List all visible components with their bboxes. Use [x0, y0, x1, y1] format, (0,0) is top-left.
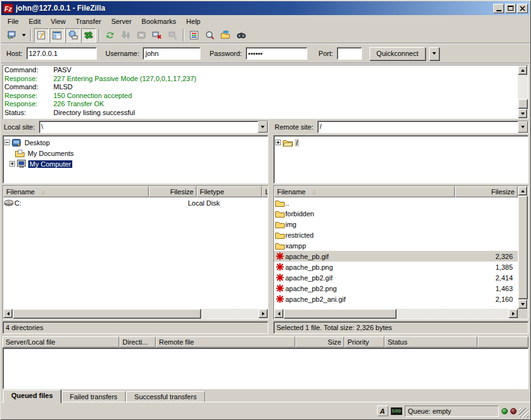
folder-icon — [283, 138, 293, 146]
remote-file-row[interactable]: .. — [274, 197, 518, 208]
tree-item-label: My Computer — [28, 160, 72, 168]
scroll-right-button[interactable] — [258, 309, 268, 318]
filter-button[interactable] — [187, 28, 202, 43]
log-vertical-scrollbar[interactable] — [518, 65, 528, 118]
column-header-filesize[interactable]: Filesize — [455, 186, 518, 197]
column-header-filename[interactable]: Filename — [274, 186, 455, 197]
column-header-lastmodified[interactable]: L — [262, 186, 268, 197]
column-header-status[interactable]: Status — [385, 336, 478, 348]
local-status-bar: 4 directories — [3, 321, 268, 334]
toggle-remote-tree-button[interactable] — [65, 28, 80, 43]
local-site-dropdown-button[interactable] — [258, 121, 268, 133]
quickconnect-dropdown[interactable] — [429, 47, 439, 60]
column-header-server-local-file[interactable]: Server/Local file — [3, 336, 119, 348]
menu-view[interactable]: View — [46, 16, 71, 26]
column-header-filetype[interactable]: Filetype — [197, 186, 262, 197]
pane-splitter[interactable] — [268, 120, 273, 334]
tree-item-desktop[interactable]: Desktop — [4, 137, 267, 148]
column-header-remote-file[interactable]: Remote file — [156, 336, 295, 348]
process-queue-button[interactable] — [118, 28, 133, 43]
scroll-down-button[interactable] — [518, 299, 527, 309]
minimize-button[interactable] — [493, 4, 504, 13]
site-manager-icon — [6, 30, 17, 41]
scroll-up-button[interactable] — [518, 186, 527, 196]
menu-help[interactable]: Help — [181, 16, 205, 26]
scrollbar-thumb[interactable] — [13, 309, 201, 319]
column-header-filename[interactable]: Filename — [3, 186, 149, 197]
refresh-button[interactable] — [102, 28, 118, 43]
tree-item-root[interactable]: / — [275, 137, 527, 148]
quickconnect-button[interactable]: Quickconnect — [370, 47, 425, 60]
remote-file-row[interactable]: apache_pb2.png 1,463 — [274, 283, 518, 294]
transfer-type-indicator[interactable]: A — [377, 406, 388, 416]
menu-server[interactable]: Server — [106, 16, 136, 26]
menu-file[interactable]: File — [3, 16, 24, 26]
host-input[interactable] — [26, 47, 97, 60]
queue-body[interactable] — [3, 348, 528, 389]
column-header-direction[interactable]: Directi... — [119, 336, 156, 348]
port-input[interactable] — [337, 47, 362, 60]
dropdown-caret-icon — [432, 52, 436, 55]
remote-file-list: Filename Filesize .. forbidden — [273, 185, 528, 319]
remote-file-row-selected[interactable]: apache_pb.gif 2,326 — [274, 251, 518, 262]
title-bar[interactable]: Fz john@127.0.0.1 - FileZilla — [1, 1, 530, 15]
disconnect-button[interactable] — [150, 28, 165, 43]
find-files-button[interactable] — [234, 28, 249, 43]
local-file-row[interactable]: C: Local Disk — [3, 197, 268, 208]
remote-file-row[interactable]: apache_pb2_ani.gif 2,160 — [274, 294, 518, 304]
collapse-icon[interactable] — [4, 140, 10, 145]
menu-transfer[interactable]: Transfer — [70, 16, 106, 26]
close-button[interactable] — [517, 4, 528, 13]
toggle-message-log-button[interactable] — [34, 28, 49, 43]
site-manager-button[interactable] — [4, 28, 19, 43]
scroll-left-button[interactable] — [3, 309, 13, 318]
reconnect-button[interactable] — [165, 28, 180, 43]
directory-comparison-button[interactable] — [202, 28, 217, 43]
expand-icon[interactable] — [9, 161, 15, 167]
synchronized-browsing-button[interactable] — [218, 28, 233, 43]
tree-item-my-computer[interactable]: My Computer — [4, 158, 267, 169]
remote-file-row[interactable]: xampp — [274, 240, 518, 251]
my-computer-icon — [17, 160, 26, 169]
scroll-left-button[interactable] — [274, 309, 283, 318]
expand-icon[interactable] — [275, 140, 281, 145]
tree-item-my-documents[interactable]: My Documents — [4, 148, 267, 158]
remote-file-row[interactable]: restricted — [274, 229, 518, 240]
username-input[interactable] — [143, 47, 200, 60]
remote-site-combobox[interactable]: / — [317, 121, 528, 133]
resize-grip[interactable] — [519, 408, 528, 417]
remote-file-row[interactable]: apache_pb.png 1,385 — [274, 262, 518, 272]
scrollbar-thumb[interactable] — [518, 196, 528, 299]
column-header-priority[interactable]: Priority — [344, 336, 385, 348]
remote-vertical-scrollbar[interactable] — [518, 186, 528, 309]
scrollbar-thumb[interactable] — [283, 309, 397, 319]
password-input[interactable] — [246, 47, 307, 60]
remote-horizontal-scrollbar[interactable] — [274, 309, 518, 319]
tab-queued-files[interactable]: Queued files — [3, 390, 61, 403]
scroll-right-button[interactable] — [508, 309, 518, 318]
speed-limit-indicator[interactable]: 500 — [391, 407, 402, 415]
remote-file-row[interactable]: forbidden — [274, 208, 518, 219]
sort-ascending-icon — [41, 190, 46, 194]
image-file-icon — [276, 263, 284, 271]
local-tree: Desktop My Documents My Computer — [3, 135, 268, 184]
reconnect-icon — [168, 30, 178, 40]
menu-bookmarks[interactable]: Bookmarks — [136, 16, 181, 26]
menu-edit[interactable]: Edit — [24, 16, 46, 26]
remote-file-row[interactable]: apache_pb2.gif 2,414 — [274, 272, 518, 283]
cancel-operation-button[interactable] — [134, 28, 149, 43]
site-manager-dropdown[interactable] — [19, 28, 28, 43]
column-header-filesize[interactable]: Filesize — [149, 186, 197, 197]
local-horizontal-scrollbar[interactable] — [3, 309, 268, 319]
local-site-combobox[interactable]: \ — [39, 121, 268, 133]
remote-file-row[interactable]: img — [274, 219, 518, 229]
scrollbar-thumb[interactable] — [518, 99, 528, 109]
scroll-down-icon — [521, 113, 525, 115]
maximize-button[interactable] — [505, 4, 516, 13]
scroll-down-button[interactable] — [518, 109, 527, 118]
toggle-local-tree-button[interactable] — [50, 28, 65, 43]
toggle-transfer-queue-button[interactable] — [81, 28, 96, 43]
column-header-size[interactable]: Size — [295, 336, 344, 348]
remote-site-dropdown-button[interactable] — [518, 121, 528, 133]
scroll-up-button[interactable] — [518, 65, 527, 75]
